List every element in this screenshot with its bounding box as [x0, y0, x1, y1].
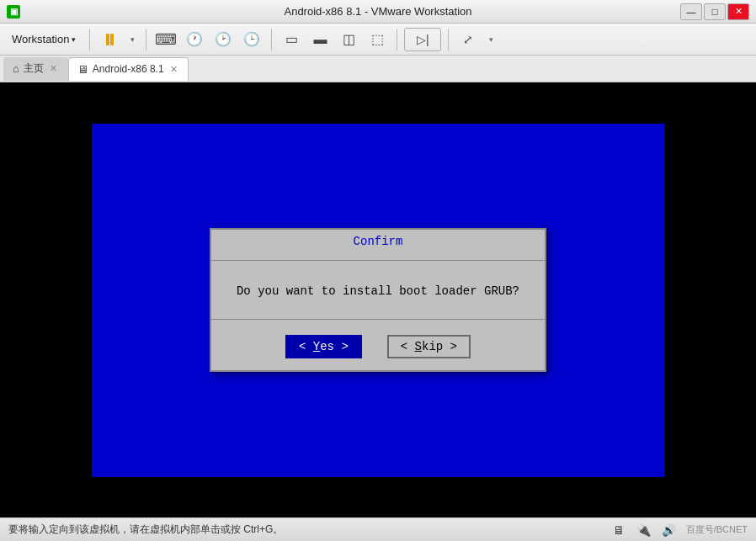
- snapshot-button[interactable]: 🕐: [182, 28, 207, 51]
- fullscreen-dropdown-button[interactable]: ▾: [484, 28, 498, 51]
- main-content[interactable]: Confirm Do you want to install boot load…: [0, 82, 756, 517]
- minimize-button[interactable]: —: [680, 3, 702, 20]
- snapshot2-button[interactable]: 🕑: [210, 28, 236, 51]
- tab-vm[interactable]: 🖥 Android-x86 8.1 ✕: [68, 57, 189, 81]
- send-ctrlaltdel-button[interactable]: ⌨: [153, 28, 178, 51]
- dialog-bottom-separator: [211, 319, 545, 320]
- home-tab-close[interactable]: ✕: [48, 62, 59, 75]
- status-message: 要将输入定向到该虚拟机，请在虚拟机内部单击或按 Ctrl+G。: [8, 522, 283, 537]
- confirm-dialog: Confirm Do you want to install boot load…: [210, 228, 546, 372]
- pause-button[interactable]: [97, 28, 122, 51]
- vm-screen[interactable]: Confirm Do you want to install boot load…: [92, 124, 664, 477]
- toolbar-separator-1: [89, 29, 90, 50]
- vm-tab-icon: 🖥: [77, 63, 88, 76]
- yes-button[interactable]: < Yes >: [285, 335, 362, 358]
- window-title: Android-x86 8.1 - VMware Workstation: [284, 5, 471, 18]
- tab-home[interactable]: ⌂ 主页 ✕: [3, 57, 68, 81]
- home-tab-icon: ⌂: [13, 62, 19, 75]
- vm-tab-close[interactable]: ✕: [168, 63, 179, 76]
- view2-button[interactable]: ▬: [307, 28, 333, 51]
- fullscreen-button[interactable]: ⤢: [455, 28, 481, 51]
- pause-dropdown-button[interactable]: ▾: [125, 28, 139, 51]
- tab-bar: ⌂ 主页 ✕ 🖥 Android-x86 8.1 ✕: [0, 56, 756, 82]
- view-button[interactable]: ▭: [279, 28, 304, 51]
- status-right: 🖥 🔌 🔊 百度号/BCNET: [610, 522, 748, 538]
- toolbar-separator-3: [271, 29, 272, 50]
- yes-label: Y: [313, 340, 320, 353]
- skip-button[interactable]: < Skip >: [387, 335, 471, 358]
- watermark-text: 百度号/BCNET: [686, 523, 748, 536]
- workstation-menu[interactable]: Workstation ▾: [5, 28, 83, 51]
- window-controls[interactable]: — □ ✕: [680, 3, 749, 20]
- close-button[interactable]: ✕: [727, 3, 749, 20]
- maximize-button[interactable]: □: [704, 3, 726, 20]
- workstation-dropdown-icon: ▾: [72, 35, 76, 44]
- toolbar-separator-2: [146, 29, 146, 50]
- vm-tab-label: Android-x86 8.1: [93, 63, 164, 75]
- dialog-buttons: < Yes > < Skip >: [211, 326, 545, 370]
- view3-button[interactable]: ◫: [336, 28, 361, 51]
- toolbar-separator-5: [448, 29, 449, 50]
- dialog-top-separator: [211, 260, 545, 261]
- pause-bar-right: [110, 34, 114, 45]
- pause-bar-left: [106, 34, 109, 45]
- view4-button[interactable]: ⬚: [365, 28, 390, 51]
- console-button[interactable]: ▷|: [404, 28, 441, 51]
- sound-icon: 🔊: [661, 522, 678, 538]
- status-bar: 要将输入定向到该虚拟机，请在虚拟机内部单击或按 Ctrl+G。 🖥 🔌 🔊 百度…: [0, 517, 756, 541]
- workstation-label: Workstation: [12, 33, 69, 45]
- dialog-message: Do you want to install boot loader GRUB?: [211, 268, 545, 312]
- network-icon: 🖥: [610, 522, 627, 538]
- snapshot3-button[interactable]: 🕒: [239, 28, 264, 51]
- title-bar: ▣ Android-x86 8.1 - VMware Workstation —…: [0, 0, 756, 24]
- home-tab-label: 主页: [24, 61, 44, 76]
- menu-bar: Workstation ▾ ▾ ⌨ 🕐 🕑 🕒 ▭ ▬ ◫ ⬚ ▷| ⤢ ▾: [0, 24, 756, 56]
- usb-icon: 🔌: [636, 522, 652, 538]
- toolbar-separator-4: [397, 29, 397, 50]
- app-icon: ▣: [7, 5, 20, 19]
- title-bar-left: ▣: [7, 5, 20, 19]
- dialog-title: Confirm: [211, 230, 545, 253]
- skip-label: S: [415, 340, 422, 353]
- pause-icon: [106, 34, 114, 45]
